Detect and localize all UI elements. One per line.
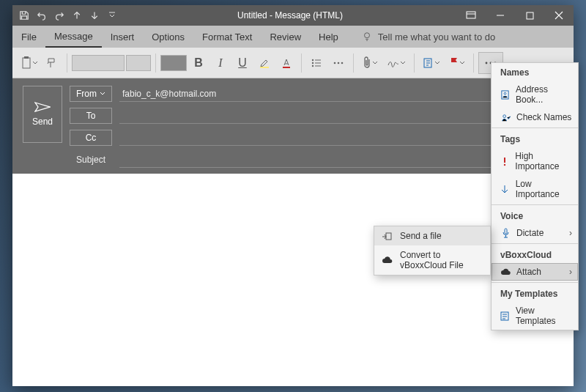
previous-icon[interactable]	[70, 8, 84, 23]
attach-file-button[interactable]	[358, 52, 382, 74]
send-icon	[34, 102, 51, 112]
titlebar: Untitled - Message (HTML)	[12, 5, 574, 26]
svg-point-10	[334, 62, 336, 64]
send-button[interactable]: Send	[23, 86, 62, 143]
overflow-ellipsis-button[interactable]	[328, 52, 349, 74]
panel-section-voice: Voice	[492, 207, 578, 224]
send-a-file-item[interactable]: Send a file	[374, 226, 490, 245]
svg-point-12	[341, 62, 344, 64]
ribbon-tabs: File Message Insert Options Format Text …	[12, 26, 574, 48]
address-book-item[interactable]: Address Book...	[492, 81, 578, 108]
message-body[interactable]	[12, 174, 574, 386]
undo-icon[interactable]	[34, 8, 49, 23]
cloud-convert-icon	[382, 256, 393, 265]
svg-point-19	[502, 114, 505, 117]
svg-point-21	[504, 163, 505, 165]
svg-rect-22	[505, 229, 507, 234]
follow-up-flag-button[interactable]	[445, 52, 469, 74]
close-button[interactable]	[544, 5, 574, 26]
tab-format-text[interactable]: Format Text	[193, 26, 261, 48]
highlight-button[interactable]	[254, 52, 275, 74]
ribbon-display-icon[interactable]	[456, 5, 486, 26]
high-importance-icon	[500, 157, 509, 166]
font-color-swatch[interactable]	[160, 55, 187, 71]
bullets-button[interactable]	[306, 52, 327, 74]
check-names-icon	[500, 113, 511, 122]
svg-point-8	[312, 62, 314, 63]
microphone-icon	[500, 228, 511, 238]
paste-button[interactable]	[17, 52, 40, 74]
svg-rect-4	[24, 56, 29, 59]
window-title: Untitled - Message (HTML)	[124, 10, 456, 21]
ribbon-overflow-panel: Names Address Book... Check Names Tags H…	[491, 62, 579, 330]
svg-rect-1	[527, 12, 533, 19]
signature-button[interactable]	[383, 52, 409, 74]
message-header: Send From fabio_c_k@hotmail.com To Cc Su…	[12, 78, 574, 174]
tell-me-label: Tell me what you want to do	[378, 32, 495, 42]
lightbulb-icon	[362, 32, 372, 42]
panel-section-tags: Tags	[492, 130, 578, 147]
dictate-item[interactable]: Dictate ›	[492, 224, 578, 242]
maximize-button[interactable]	[515, 5, 544, 26]
panel-section-templates: My Templates	[492, 284, 578, 302]
italic-button[interactable]: I	[210, 52, 231, 74]
send-label: Send	[32, 117, 53, 127]
svg-rect-5	[260, 67, 269, 68]
chevron-right-icon: ›	[569, 267, 572, 277]
svg-rect-20	[504, 158, 505, 163]
check-names-item[interactable]: Check Names	[492, 108, 578, 126]
qat-overflow-icon[interactable]	[105, 8, 119, 23]
view-templates-item[interactable]: View Templates	[492, 302, 578, 330]
compose-window: Untitled - Message (HTML) File Message I…	[12, 5, 574, 386]
font-color-button[interactable]	[276, 52, 297, 74]
tab-insert[interactable]: Insert	[102, 26, 144, 48]
svg-rect-0	[467, 12, 475, 18]
svg-point-18	[504, 92, 506, 95]
address-book-icon	[500, 90, 510, 100]
low-importance-item[interactable]: Low Importance	[492, 175, 578, 203]
tab-help[interactable]: Help	[310, 26, 347, 48]
high-importance-item[interactable]: High Importance	[492, 147, 578, 175]
quick-access-toolbar	[12, 8, 124, 23]
to-button[interactable]: To	[70, 108, 112, 124]
panel-section-names: Names	[492, 63, 578, 81]
save-icon[interactable]	[17, 8, 31, 23]
assign-policy-button[interactable]	[419, 52, 444, 74]
window-controls	[456, 5, 574, 26]
underline-button[interactable]: U	[232, 52, 253, 74]
tab-options[interactable]: Options	[143, 26, 193, 48]
format-painter-button[interactable]	[42, 52, 62, 74]
redo-icon[interactable]	[52, 8, 67, 23]
ribbon: B I U	[12, 48, 574, 78]
svg-rect-24	[386, 233, 391, 240]
next-icon[interactable]	[87, 8, 102, 23]
subject-label: Subject	[70, 155, 112, 165]
font-size-select[interactable]	[126, 55, 151, 71]
convert-vboxx-item[interactable]: Convert to vBoxxCloud File	[374, 245, 490, 275]
send-file-icon	[382, 232, 393, 241]
templates-icon	[500, 311, 510, 321]
tab-message[interactable]: Message	[45, 26, 102, 48]
svg-point-11	[338, 62, 340, 64]
minimize-button[interactable]	[486, 5, 515, 26]
low-importance-icon	[500, 185, 510, 194]
svg-rect-6	[283, 67, 290, 68]
font-name-select[interactable]	[72, 55, 125, 71]
tab-file[interactable]: File	[12, 26, 45, 48]
svg-point-2	[364, 33, 369, 38]
svg-point-7	[312, 59, 314, 60]
panel-section-vboxx: vBoxxCloud	[492, 245, 578, 263]
attach-submenu: Send a file Convert to vBoxxCloud File	[374, 226, 491, 275]
from-button[interactable]: From	[70, 86, 112, 102]
cloud-attach-icon	[500, 268, 511, 276]
svg-point-14	[486, 62, 488, 64]
svg-rect-3	[23, 58, 30, 68]
svg-point-9	[312, 64, 314, 66]
cc-button[interactable]: Cc	[70, 130, 112, 146]
tell-me-search[interactable]: Tell me what you want to do	[362, 26, 495, 48]
attach-item[interactable]: Attach ›	[492, 263, 578, 281]
chevron-right-icon: ›	[569, 228, 572, 238]
from-label: From	[76, 89, 97, 99]
bold-button[interactable]: B	[188, 52, 209, 74]
tab-review[interactable]: Review	[261, 26, 310, 48]
